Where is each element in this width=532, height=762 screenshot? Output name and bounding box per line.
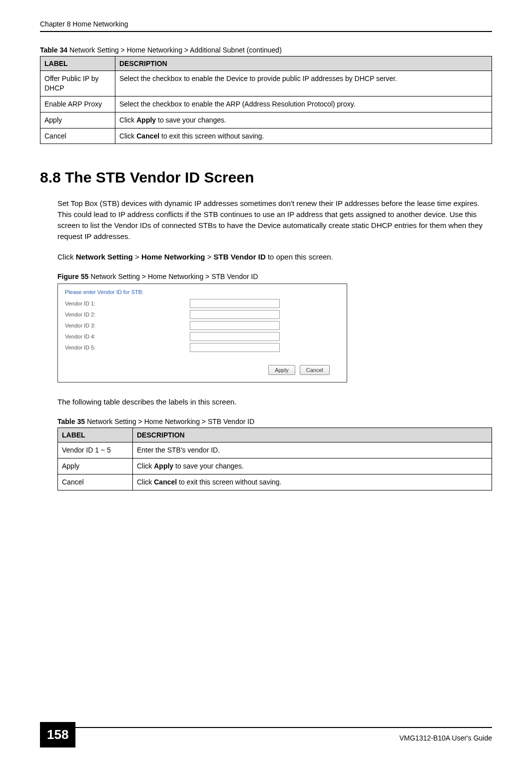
table34-r0-label: Offer Public IP by DHCP [40,71,115,96]
table34-r2-bold: Apply [136,116,156,124]
guide-name: VMG1312-B10A User's Guide [40,734,492,742]
table35-caption: Table 35 Network Setting > Home Networki… [57,418,492,426]
para2-pre: Click [57,252,76,261]
vendor-label-2: Vendor ID 2: [65,312,190,318]
table35-r1-pre: Click [137,462,154,470]
vendor-row-3: Vendor ID 3: [65,321,340,330]
table-row: Cancel Click Cancel to exit this screen … [40,128,492,144]
table35-header-label: LABEL [58,428,133,442]
vendor-label-4: Vendor ID 4: [65,334,190,340]
table35-r2-bold: Cancel [154,478,177,486]
table35-r1-post: to save your changes. [173,462,244,470]
table35-r1-desc: Click Apply to save your changes. [133,458,492,474]
table34-r3-post: to exit this screen without saving. [159,132,264,140]
figure-caption-text: Network Setting > Home Networking > STB … [90,272,258,280]
footer: 158 VMG1312-B10A User's Guide [40,727,492,742]
table35-r0-desc: Enter the STB's vendor ID. [133,442,492,458]
vendor-input-2[interactable] [190,310,280,319]
vendor-row-4: Vendor ID 4: [65,332,340,341]
paragraph-2: Click Network Setting > Home Networking … [57,252,492,262]
table34-r2-label: Apply [40,112,115,128]
para2-post: to open this screen. [266,252,333,261]
table34-r1-label: Enable ARP Proxy [40,96,115,112]
table-row: Cancel Click Cancel to exit this screen … [58,474,492,490]
vendor-input-3[interactable] [190,321,280,330]
table34-r2-desc: Click Apply to save your changes. [115,112,492,128]
table-row: Enable ARP Proxy Select the checkbox to … [40,96,492,112]
table35-r1-bold: Apply [154,462,173,470]
table34-r0-desc: Select the checkbox to enable the Device… [115,71,492,96]
table35-header-desc: DESCRIPTION [133,428,492,442]
vendor-input-5[interactable] [190,343,280,352]
table-row: Apply Click Apply to save your changes. [40,112,492,128]
table34-r3-bold: Cancel [136,132,159,140]
vendor-input-4[interactable] [190,332,280,341]
table34-r3-label: Cancel [40,128,115,144]
table34-r2-pre: Click [119,116,136,124]
table35-r2-desc: Click Cancel to exit this screen without… [133,474,492,490]
table34-caption-text: Network Setting > Home Networking > Addi… [69,46,282,54]
table35-r2-pre: Click [137,478,154,486]
cancel-button[interactable]: Cancel [300,365,330,375]
table34-r2-post: to save your changes. [156,116,226,124]
apply-button[interactable]: Apply [268,365,295,375]
screenshot-button-row: Apply Cancel [65,365,340,375]
screenshot-title: Please enter Vendor ID for STB: [65,289,340,295]
vendor-row-2: Vendor ID 2: [65,310,340,319]
vendor-row-1: Vendor ID 1: [65,299,340,308]
para2-b2: Home Networking [141,252,205,261]
paragraph-1: Set Top Box (STB) devices with dynamic I… [57,198,492,242]
screenshot-panel: Please enter Vendor ID for STB: Vendor I… [57,284,347,382]
figure-caption-prefix: Figure 55 [57,272,90,280]
table35-r2-post: to exit this screen without saving. [177,478,281,486]
para2-s2: > [205,252,213,261]
vendor-row-5: Vendor ID 5: [65,343,340,352]
table34-header-desc: DESCRIPTION [115,56,492,71]
vendor-label-3: Vendor ID 3: [65,322,190,328]
vendor-input-1[interactable] [190,299,280,308]
footer-rule [40,727,492,728]
paragraph-3: The following table describes the labels… [57,396,492,408]
vendor-label-1: Vendor ID 1: [65,300,190,306]
table-row: Apply Click Apply to save your changes. [58,458,492,474]
table34: LABEL DESCRIPTION Offer Public IP by DHC… [40,56,492,144]
para2-b3: STB Vendor ID [214,252,266,261]
vendor-label-5: Vendor ID 5: [65,344,190,350]
table35-r2-label: Cancel [58,474,133,490]
table34-caption-prefix: Table 34 [40,46,69,54]
section-heading: 8.8 The STB Vendor ID Screen [40,169,492,186]
table-row: Vendor ID 1 ~ 5 Enter the STB's vendor I… [58,442,492,458]
table34-r3-pre: Click [119,132,136,140]
table34-header-label: LABEL [40,56,115,71]
table34-r3-desc: Click Cancel to exit this screen without… [115,128,492,144]
table35-caption-prefix: Table 35 [57,418,87,426]
table34-caption: Table 34 Network Setting > Home Networki… [40,46,492,54]
table-row: Offer Public IP by DHCP Select the check… [40,71,492,96]
para2-b1: Network Setting [76,252,133,261]
table34-r1-desc: Select the checkbox to enable the ARP (A… [115,96,492,112]
page-number: 158 [40,722,75,748]
table35-r0-label: Vendor ID 1 ~ 5 [58,442,133,458]
table35-r1-label: Apply [58,458,133,474]
header-rule [40,31,492,32]
table35-caption-text: Network Setting > Home Networking > STB … [87,418,254,426]
figure-caption: Figure 55 Network Setting > Home Network… [57,272,492,280]
table35: LABEL DESCRIPTION Vendor ID 1 ~ 5 Enter … [57,428,492,490]
para2-s1: > [133,252,141,261]
chapter-header: Chapter 8 Home Networking [40,20,492,28]
